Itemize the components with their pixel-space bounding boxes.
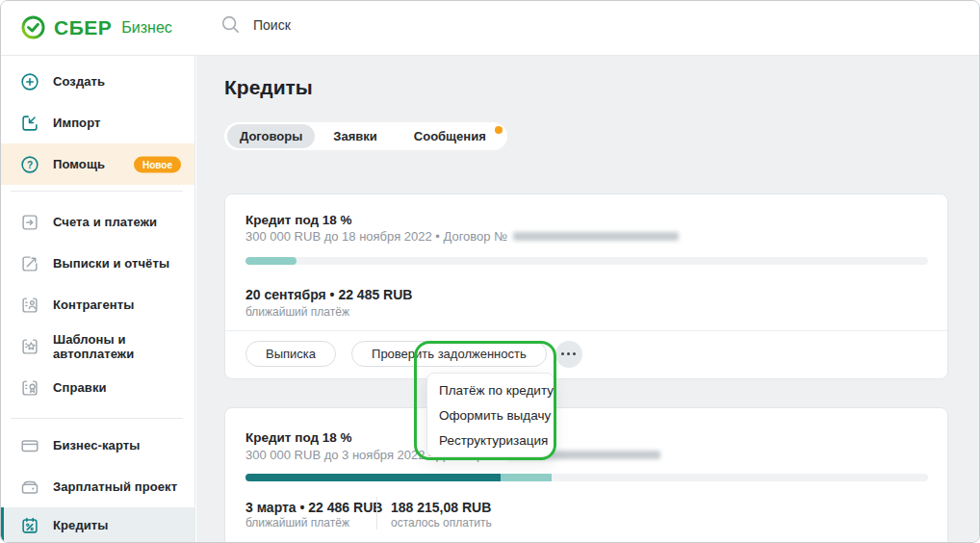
- tab-messages[interactable]: Сообщения: [396, 124, 504, 148]
- tab-applications[interactable]: Заявки: [315, 124, 395, 148]
- credit-subtitle: 300 000 RUB до 18 ноября 2022 • Договор …: [245, 229, 679, 244]
- sidebar-divider: [11, 191, 183, 192]
- remaining-amount: 188 215,08 RUB: [391, 500, 491, 515]
- repayment-progress-bar: [245, 474, 928, 481]
- credit-title: Кредит под 18 %: [245, 213, 352, 227]
- sber-business-logo[interactable]: СБЕР Бизнес: [20, 14, 172, 40]
- sidebar-item-help[interactable]: ? Помощь Новое: [1, 143, 194, 185]
- calendar-percent-icon: [19, 515, 40, 536]
- counterparty-icon: [19, 295, 40, 316]
- menu-item-restructuring[interactable]: Реструктуризация: [427, 427, 554, 452]
- next-payment-label: ближайший платёж: [245, 305, 349, 319]
- credit-card-2: Кредит под 18 % 300 000 RUB до 3 ноября …: [224, 407, 948, 543]
- ellipsis-icon: [561, 352, 565, 356]
- remaining-label: осталось оплатить: [391, 516, 492, 530]
- sidebar-item-label: Контрагенты: [53, 297, 134, 312]
- sidebar-item-certificates[interactable]: Справки: [1, 367, 194, 408]
- credit-subtitle-text: 300 000 RUB до 18 ноября 2022 • Договор …: [245, 229, 507, 244]
- credit-title: Кредит под 18 %: [245, 430, 352, 445]
- sidebar-item-statements-reports[interactable]: Выписки и отчёты: [1, 243, 194, 284]
- sber-check-logo-icon: [20, 14, 46, 40]
- sidebar-item-templates-autopayments[interactable]: Шаблоны и автоплатежи: [1, 325, 194, 367]
- sidebar-item-label: Выписки и отчёты: [53, 256, 169, 271]
- contract-number-redacted: [513, 232, 679, 241]
- logo-product-text: Бизнес: [121, 19, 172, 37]
- repayment-progress-bar: [245, 257, 928, 265]
- sber-business-app-window: СБЕР Бизнес Поиск Создать: [0, 0, 980, 543]
- search-icon: [220, 14, 241, 35]
- sidebar-item-label: Справки: [53, 380, 107, 395]
- check-debt-button[interactable]: Проверить задолженность: [351, 341, 547, 367]
- next-payment-amount: 3 марта • 22 486 RUB: [245, 500, 382, 515]
- certificate-icon: [19, 377, 40, 399]
- sidebar-item-credits[interactable]: Кредиты: [1, 507, 194, 543]
- more-actions-button[interactable]: [555, 341, 582, 368]
- sidebar-nav: Создать Импорт ? Помощь Новое: [1, 56, 195, 542]
- search-placeholder: Поиск: [253, 17, 291, 33]
- statement-icon: [19, 253, 40, 274]
- tab-contracts[interactable]: Договоры: [227, 124, 315, 148]
- sidebar-item-create[interactable]: Создать: [1, 61, 194, 102]
- progress-segment-paid: [245, 474, 501, 481]
- sidebar-item-label: Счета и платежи: [53, 215, 157, 229]
- notification-dot: [495, 126, 503, 134]
- statement-button[interactable]: Выписка: [245, 341, 336, 367]
- more-actions-menu: Платёж по кредиту Оформить выдачу Рестру…: [426, 373, 554, 457]
- question-circle-icon: ?: [19, 154, 40, 175]
- sidebar-item-label: Шаблоны и автоплатежи: [53, 332, 194, 361]
- sidebar-item-label: Импорт: [53, 116, 101, 130]
- wallet-icon: [19, 477, 40, 498]
- sidebar-item-accounts-payments[interactable]: Счета и платежи: [1, 201, 194, 243]
- account-arrow-icon: [19, 212, 40, 233]
- credit-card-1: Кредит под 18 % 300 000 RUB до 18 ноября…: [224, 194, 948, 379]
- import-icon: [19, 113, 40, 134]
- tab-bar: Договоры Заявки Сообщения: [224, 122, 507, 150]
- sidebar-item-counterparties[interactable]: Контрагенты: [1, 284, 194, 325]
- sidebar-item-label: Создать: [53, 74, 105, 89]
- menu-item-issue-disbursement[interactable]: Оформить выдачу: [427, 402, 554, 427]
- progress-fill: [245, 257, 297, 265]
- sidebar-item-import[interactable]: Импорт: [1, 102, 194, 143]
- new-badge: Новое: [134, 156, 181, 172]
- main-content: Кредиты Договоры Заявки Сообщения Кредит…: [196, 56, 979, 542]
- sidebar-item-label: Кредиты: [53, 518, 109, 532]
- column-divider: [376, 497, 377, 530]
- sidebar-divider: [11, 418, 183, 419]
- card-actions: Выписка Проверить задолженность: [245, 329, 582, 378]
- progress-segment-upcoming: [501, 474, 551, 481]
- menu-item-credit-payment[interactable]: Платёж по кредиту: [427, 377, 554, 402]
- svg-text:?: ?: [27, 159, 33, 169]
- sidebar-item-business-cards[interactable]: Бизнес-карты: [1, 425, 194, 466]
- sidebar-item-label: Бизнес-карты: [53, 438, 140, 452]
- card-icon: [19, 435, 40, 456]
- template-star-icon: [19, 336, 40, 357]
- logo-brand-text: СБЕР: [54, 16, 112, 39]
- top-header: СБЕР Бизнес Поиск: [1, 1, 979, 56]
- page-title: Кредиты: [224, 76, 313, 99]
- tab-messages-label: Сообщения: [414, 129, 486, 143]
- next-payment-label: ближайший платёж: [245, 516, 349, 530]
- next-payment-amount: 20 сентября • 22 485 RUB: [245, 287, 412, 302]
- sidebar-item-label: Помощь: [53, 157, 105, 171]
- search-input[interactable]: Поиск: [220, 14, 291, 35]
- sidebar-item-label: Зарплатный проект: [53, 479, 177, 494]
- plus-circle-icon: [19, 71, 40, 92]
- sidebar-item-salary-project[interactable]: Зарплатный проект: [1, 466, 194, 507]
